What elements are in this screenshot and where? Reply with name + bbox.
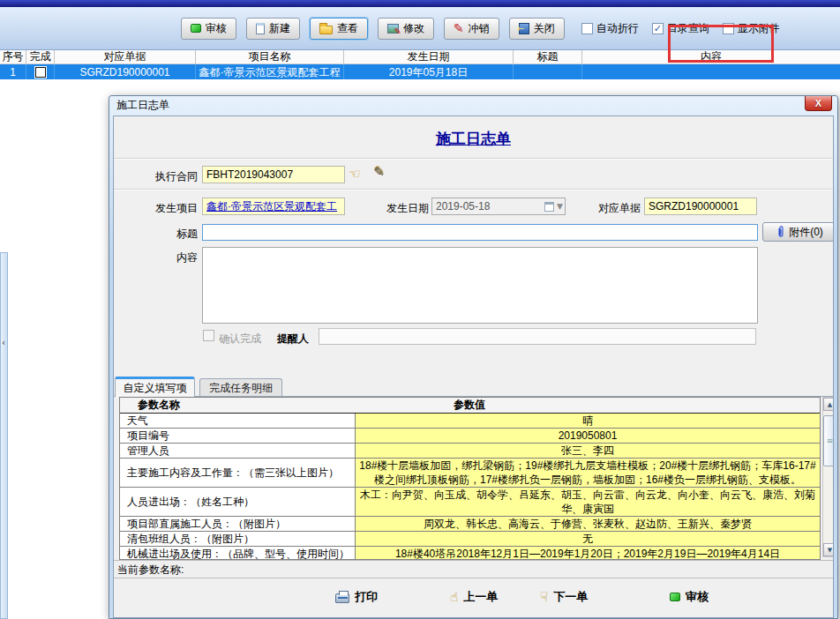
param-value-cell[interactable]: 张三、李四 xyxy=(356,444,820,458)
dialog-titlebar[interactable]: 施工日志单 xyxy=(109,96,837,115)
calendar-dropdown[interactable]: ▼ xyxy=(540,200,563,213)
dialog-footer: 打印 ☝ 上一单 ☟ 下一单 审核 xyxy=(114,579,833,618)
param-value-header: 参数值 xyxy=(356,398,485,413)
row-date-cell: 2019年05月18日 xyxy=(344,64,514,79)
print-button-label: 打印 xyxy=(355,589,378,605)
row-done-cell xyxy=(26,64,55,79)
modify-icon xyxy=(387,24,399,34)
title-label: 标题 xyxy=(149,227,198,242)
modify-button[interactable]: 修改 xyxy=(378,18,434,40)
window-title-strip xyxy=(0,0,840,7)
collapse-left-icon[interactable]: ‹ xyxy=(2,338,5,347)
doc-label: 对应单据 xyxy=(595,201,641,216)
tab-task-detail[interactable]: 完成任务明细 xyxy=(199,378,282,397)
next-record-button[interactable]: ☟ 下一单 xyxy=(540,589,588,605)
new-button[interactable]: 新建 xyxy=(246,18,300,40)
calendar-icon xyxy=(544,202,554,212)
param-row: 主要施工内容及工作量：（需三张以上图片）18#楼十层墙板加固，绑扎梁钢筋；19#… xyxy=(120,459,820,488)
tab-custom-fields[interactable]: 自定义填写项 xyxy=(115,377,195,397)
auto-wrap-label: 自动折行 xyxy=(596,21,639,36)
row-doc-cell: SGRZD190000001 xyxy=(55,64,196,79)
param-value-cell[interactable]: 晴 xyxy=(356,414,820,428)
construction-log-dialog: 施工日志单 X 施工日志单 执行合同 FBHT2019043007 ☜ ✎ 发生… xyxy=(109,95,838,619)
title-input[interactable] xyxy=(202,224,758,241)
content-textarea[interactable] xyxy=(202,247,758,324)
writeoff-button-label: 冲销 xyxy=(469,21,490,36)
param-name-cell: 清包班组人员：（附图片） xyxy=(120,532,356,546)
dialog-close-button[interactable]: X xyxy=(805,96,832,111)
status-bar: 当前参数名称: xyxy=(114,560,833,578)
param-value-cell[interactable]: 木工：向尹贺、向玉成、胡令学、吕延东、胡玉、向云雷、向云龙、向小奎、向云飞、康浩… xyxy=(356,488,820,516)
close-x-icon: X xyxy=(815,98,821,108)
col-header-date[interactable]: 发生日期 xyxy=(344,50,514,63)
attachment-button[interactable]: 附件(0) xyxy=(762,222,834,242)
catalog-query-checkbox[interactable]: ✓ xyxy=(652,23,664,34)
divider xyxy=(114,189,833,190)
audit-green-icon xyxy=(670,593,680,601)
auto-wrap-checkbox[interactable] xyxy=(581,23,593,34)
attachment-button-label: 附件(0) xyxy=(789,225,823,240)
param-row: 天气晴 xyxy=(120,414,820,429)
project-label: 发生项目 xyxy=(131,201,198,216)
param-table-scrollbar[interactable]: ▲ ≡ ▼ xyxy=(822,397,834,557)
tab-custom-fields-label: 自定义填写项 xyxy=(124,381,187,396)
writeoff-pen-icon: ✎ xyxy=(454,22,464,34)
param-value-cell[interactable]: 无 xyxy=(356,532,820,546)
param-name-cell: 天气 xyxy=(120,414,356,428)
select-hand-icon[interactable]: ☜ xyxy=(349,166,360,182)
dropdown-arrow-icon: ▼ xyxy=(557,198,563,214)
param-value-cell[interactable]: 周双龙、韩长忠、高海云、于修营、张麦秋、赵边防、王新兴、秦梦贤 xyxy=(356,517,820,531)
project-link-field[interactable]: 鑫都·帝景示范区景观配套工 xyxy=(202,198,345,215)
close-button[interactable]: 关闭 xyxy=(509,18,565,40)
col-header-seq[interactable]: 序号 xyxy=(0,50,26,63)
approve-button[interactable]: 审核 xyxy=(181,18,236,40)
print-icon xyxy=(335,593,349,603)
param-row: 机械进出场及使用：（品牌、型号、使用时间）18#楼40塔吊2018年12月1日—… xyxy=(120,547,820,560)
scroll-down-arrow[interactable]: ▼ xyxy=(823,543,834,556)
col-header-title[interactable]: 标题 xyxy=(514,50,582,63)
row-done-checkbox[interactable] xyxy=(35,67,46,78)
param-table-header: 参数名称 参数值 xyxy=(120,398,820,414)
divider xyxy=(114,158,833,160)
param-row: 管理人员张三、李四 xyxy=(120,444,820,459)
app-window: 审核 新建 查看 修改 ✎ 冲销 关闭 自动折行 ✓ xyxy=(0,0,840,619)
scrollbar-thumb[interactable]: ≡ xyxy=(823,415,834,466)
confirm-done-checkbox[interactable] xyxy=(203,330,214,341)
modify-button-label: 修改 xyxy=(403,21,424,36)
table-row[interactable]: 1 SGRZD190000001 鑫都·帝景示范区景观配套工程 2019年05月… xyxy=(0,64,840,79)
previous-record-button[interactable]: ☝ 上一单 xyxy=(450,589,498,605)
hand-up-icon: ☝ xyxy=(450,591,458,604)
left-panel-splitter[interactable]: ‹ xyxy=(0,252,8,619)
print-button[interactable]: 打印 xyxy=(335,589,378,605)
param-name-cell: 人员进出场：（姓名工种） xyxy=(120,488,356,516)
writeoff-button[interactable]: ✎ 冲销 xyxy=(444,18,499,40)
form-heading: 施工日志单 xyxy=(114,129,833,149)
folder-icon xyxy=(319,26,333,34)
doc-field[interactable]: SGRZD190000001 xyxy=(644,198,757,215)
audit-button-label: 审核 xyxy=(686,589,709,605)
project-link[interactable]: 鑫都·帝景示范区景观配套工 xyxy=(206,200,337,213)
param-value-cell[interactable]: 18#楼40塔吊2018年12月1日—2019年1月20日；2019年2月19日… xyxy=(356,547,820,560)
view-button[interactable]: 查看 xyxy=(310,18,368,40)
scroll-up-arrow[interactable]: ▲ xyxy=(823,398,834,411)
contract-field[interactable]: FBHT2019043007 xyxy=(202,166,345,183)
param-table-rows: 天气晴项目编号2019050801管理人员张三、李四主要施工内容及工作量：（需三… xyxy=(120,414,820,560)
current-param-label: 当前参数名称: xyxy=(117,563,184,576)
col-header-project[interactable]: 项目名称 xyxy=(196,50,344,63)
audit-button[interactable]: 审核 xyxy=(670,589,709,605)
col-header-done[interactable]: 完成 xyxy=(26,50,55,63)
view-button-label: 查看 xyxy=(337,21,358,36)
auto-wrap-option[interactable]: 自动折行 xyxy=(581,21,639,36)
date-field[interactable]: 2019-05-18 ▼ xyxy=(431,198,566,215)
param-value-cell[interactable]: 18#楼十层墙板加固，绑扎梁钢筋；19#楼绑扎九层支墙柱模板；20#楼十层绑扎钢… xyxy=(356,459,820,487)
edit-pen-icon[interactable]: ✎ xyxy=(373,164,385,180)
new-document-icon xyxy=(256,23,265,34)
col-header-doc[interactable]: 对应单据 xyxy=(55,50,196,63)
param-value-cell[interactable]: 2019050801 xyxy=(356,429,820,443)
annotation-highlight-box xyxy=(668,25,774,63)
date-value: 2019-05-18 xyxy=(436,200,490,213)
param-name-cell: 项目部直属施工人员：（附图片） xyxy=(120,517,356,531)
close-button-label: 关闭 xyxy=(534,21,555,36)
row-content-cell xyxy=(582,64,840,79)
reminder-input[interactable] xyxy=(319,328,756,345)
